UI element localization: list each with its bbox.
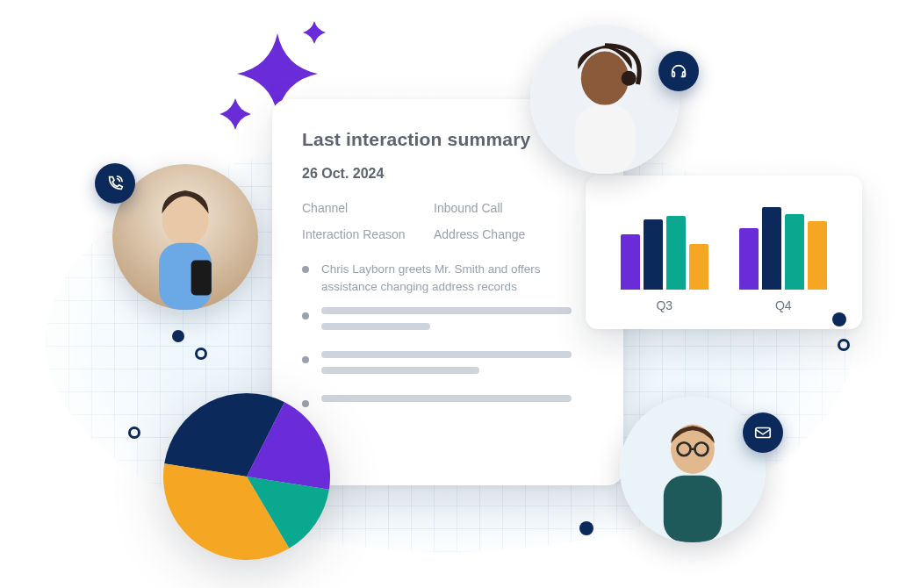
decor-dot [172,330,184,342]
bar-group [739,207,827,290]
field-label-reason: Interaction Reason [302,227,434,241]
pie-chart [163,393,330,560]
bar [666,216,686,290]
svg-rect-10 [683,72,686,77]
placeholder-lines [321,395,593,411]
summary-fields: Channel Inbound Call Interaction Reason … [302,201,593,241]
decor-ring [128,427,140,439]
headset-icon [669,61,688,81]
bullet-dot-icon [302,312,309,319]
field-label-channel: Channel [302,201,434,215]
svg-rect-16 [756,428,771,438]
decor-dot [579,521,593,535]
svg-rect-15 [664,476,722,542]
bullet-dot-icon [302,266,309,273]
svg-rect-7 [575,105,635,174]
bar-groups [605,193,843,290]
avatar-email-contact [620,397,766,542]
bar [739,228,759,290]
bar-x-labels: Q3 Q4 [605,298,843,312]
bullet-item: Chris Layborn greets Mr. Smith and offer… [302,261,593,295]
bullet-item [302,395,593,411]
decor-ring [838,339,850,351]
bar [689,244,708,290]
bar-chart-card: Q3 Q4 [586,176,862,329]
illustration-stage: Last interaction summary 26 Oct. 2024 Ch… [0,0,899,588]
placeholder-lines [321,351,593,383]
summary-bullets: Chris Layborn greets Mr. Smith and offer… [302,261,593,411]
mail-badge [743,412,783,453]
field-value-channel: Inbound Call [434,201,593,215]
phone-badge [95,163,135,204]
bar-label-q3: Q3 [656,298,672,312]
bullet-text: Chris Layborn greets Mr. Smith and offer… [321,261,593,295]
bullet-item [302,351,593,383]
decor-ring [195,348,207,360]
bar [644,219,663,290]
bar [762,207,781,290]
bullet-dot-icon [302,356,309,363]
svg-rect-4 [191,261,212,296]
bar-label-q4: Q4 [775,298,792,312]
bar [808,221,827,290]
svg-rect-9 [672,72,675,77]
decor-dot [832,312,846,326]
placeholder-lines [321,307,593,339]
bullet-item [302,307,593,339]
headset-badge [658,51,699,91]
bar [621,234,640,290]
bar-group [621,216,708,290]
bar [785,214,804,290]
phone-icon [105,174,125,193]
mail-icon [753,423,773,442]
avatar-agent [530,25,680,174]
field-value-reason: Address Change [434,227,593,241]
svg-point-8 [622,71,636,86]
summary-date: 26 Oct. 2024 [302,166,593,182]
